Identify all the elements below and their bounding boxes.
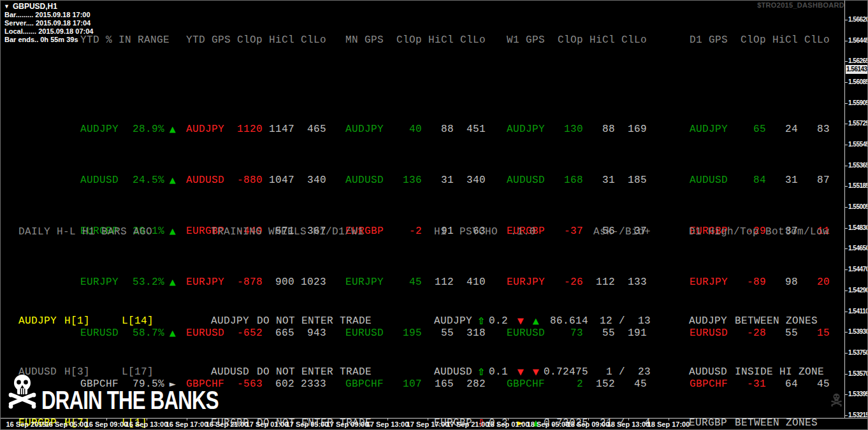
- zone-row: AUDJPY BETWEEN ZONES: [683, 315, 829, 327]
- price-tick: [845, 124, 848, 124]
- price-label: 1.56445: [848, 37, 868, 44]
- pair-label: AUDJPY: [690, 123, 735, 136]
- price-label: 1.55005: [848, 203, 868, 210]
- time-axis-line: [1, 418, 868, 419]
- pair-label: AUDUSD: [186, 174, 232, 187]
- direction-arrow-icon: [164, 123, 181, 136]
- table-row: AUDJPY 65 24 83: [683, 123, 830, 136]
- zone-row: AUDUSD INSIDE HI ZONE: [683, 366, 829, 378]
- pair-label: AUDUSD: [80, 174, 129, 187]
- price-tick: [845, 415, 848, 416]
- time-label: 16 Sep 17:00: [166, 420, 208, 428]
- time-label: 18 Sep 09:00: [567, 420, 610, 428]
- cllo-value: 185: [615, 174, 647, 187]
- pair-label: AUDUSD: [507, 174, 553, 187]
- trade-advice: DO NOT ENTER TRADE: [257, 366, 372, 378]
- price-tick: [845, 166, 848, 166]
- price-tick: [845, 248, 848, 249]
- price-label: 1.56265: [848, 57, 868, 64]
- d1-zones-section: D1 High/Top Bottom/Low AUDJPY BETWEEN ZO…: [683, 200, 829, 430]
- time-label: 16 Sep 09:00: [85, 420, 128, 428]
- price-label: 1.55545: [848, 141, 868, 148]
- price-label: 1.53395: [848, 391, 868, 398]
- pct-value: 24.5%: [129, 174, 164, 187]
- ytd-range-title: YTD % IN RANGE: [80, 34, 129, 47]
- psycho-direction-icon: [477, 366, 489, 378]
- clop-value: 84: [735, 174, 766, 187]
- price-label: 1.54110: [848, 308, 868, 315]
- price-label: 1.55365: [848, 162, 868, 169]
- time-label: 18 Sep 05:00: [527, 420, 570, 428]
- training-wheels-row: AUDUSD DO NOT ENTER TRADE: [206, 366, 372, 378]
- signal-arrow-icon: [528, 366, 544, 378]
- low-bars-ago: L[14]: [122, 315, 154, 327]
- price-tick: [845, 269, 848, 270]
- pair-label: AUDUSD: [689, 366, 735, 378]
- bid-price: 86.614: [544, 315, 588, 327]
- clop-value: 168: [553, 174, 583, 187]
- zone-status: INSIDE HI ZONE: [735, 366, 829, 378]
- table-row: AUDUSD 136 31 340: [339, 174, 486, 187]
- ask-bid-count: 12 / 13: [588, 315, 651, 327]
- price-tick: [845, 394, 848, 395]
- price-tick: [845, 186, 848, 187]
- price-label: 1.55725: [848, 120, 868, 127]
- price-tick: [845, 103, 848, 104]
- high-bars-ago: H[1]: [64, 315, 122, 327]
- price-tick: [845, 353, 848, 354]
- pair-label: EURGBP: [689, 417, 735, 429]
- clop-value: 130: [553, 123, 583, 136]
- table-row: AUDJPY 130 88 169: [500, 123, 647, 136]
- time-label: 16 Sep 13:00: [126, 420, 168, 428]
- time-label: 16 Sep 21:00: [206, 420, 249, 428]
- pair-label: AUDUSD: [690, 174, 735, 187]
- pair-label: AUDJPY: [80, 123, 129, 136]
- psycho-value: 0.1: [489, 366, 513, 378]
- pair-label: AUDUSD: [434, 366, 477, 378]
- current-price-tag: 1.56143: [846, 65, 868, 74]
- chevron-down-icon: ▼: [4, 3, 10, 10]
- symbol-title-label: GBPUSD,H1: [13, 2, 57, 11]
- price-tick: [845, 290, 848, 291]
- price-tick: [845, 41, 848, 41]
- direction-arrow-icon: [164, 225, 181, 238]
- symbol-timeframe-title[interactable]: ▼GBPUSD,H1: [4, 2, 57, 11]
- psycho-title: H1 PSYCHO .1.0: [434, 226, 587, 238]
- pair-label: AUDJPY: [18, 315, 64, 327]
- pair-label: AUDJPY: [507, 123, 553, 136]
- hicl-value: 88: [583, 123, 615, 136]
- time-label: 17 Sep 13:00: [366, 420, 409, 428]
- clop-value: 136: [391, 174, 422, 187]
- time-label: 18 Sep 13:00: [607, 420, 650, 428]
- psycho-direction-icon: [477, 315, 489, 327]
- training-wheels-title: TRAINING WHEELS H1/D1/W1: [211, 226, 372, 238]
- high-bars-ago: H[3]: [64, 366, 122, 378]
- cllo-value: 340: [454, 174, 486, 187]
- table-title: W1 GPS: [507, 34, 553, 47]
- hicl-value: 24: [766, 123, 798, 136]
- chart-window: ▼GBPUSD,H1 Bar......... 2015.09.18 17:00…: [0, 0, 868, 430]
- price-label: 1.53930: [848, 328, 868, 335]
- pair-label: AUDJPY: [434, 315, 477, 327]
- pair-label: AUDJPY: [689, 315, 735, 327]
- zones-title: D1 High/Top Bottom/Low: [689, 226, 829, 238]
- table-row: AUDUSD -880 1047 340: [180, 174, 326, 187]
- ask-bid-count: 1 / 23: [588, 366, 651, 378]
- table-title: MN GPS: [345, 34, 391, 47]
- psycho-row: AUDUSD 0.1 0.72475 1 / 23: [434, 366, 651, 378]
- direction-arrow-icon: [164, 174, 181, 187]
- price-tick: [845, 207, 848, 208]
- clop-value: 195: [391, 327, 422, 340]
- trade-advice: DO NOT ENTER TRADE: [257, 315, 372, 327]
- hicl-value: 88: [422, 123, 454, 136]
- ytd-range-row: AUDJPY 28.9%: [75, 123, 181, 136]
- time-label: 17 Sep 05:00: [286, 420, 329, 428]
- price-tick: [845, 145, 848, 145]
- cllo-value: 451: [454, 123, 486, 136]
- pair-label: AUDUSD: [211, 366, 257, 378]
- cllo-value: 340: [294, 174, 326, 187]
- price-tick: [845, 82, 848, 83]
- table-row: AUDUSD 84 31 87: [683, 174, 830, 187]
- low-bars-ago: L[17]: [122, 366, 154, 378]
- time-label: 16 Sep 05:00: [45, 420, 88, 428]
